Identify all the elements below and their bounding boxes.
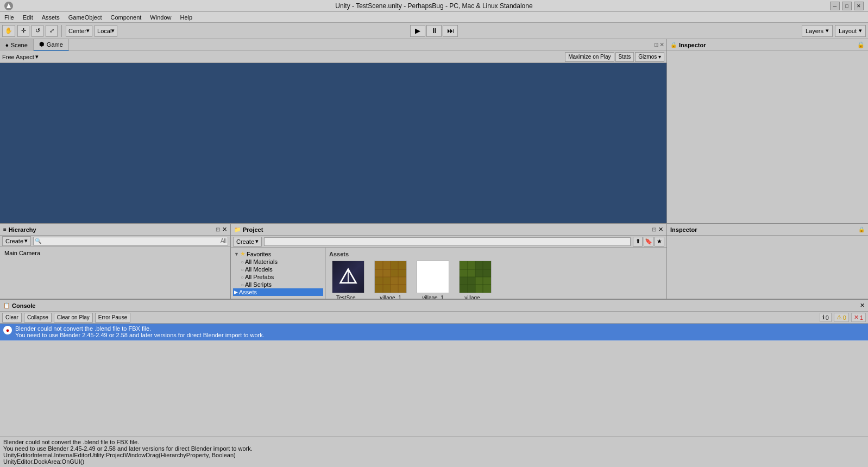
tree-all-materials[interactable]: ○ All Materials [233,258,323,266]
aspect-chevron: ▾ [35,53,39,60]
layout-chevron: ▾ [859,27,862,34]
asset-item-village1-doc[interactable]: village_1 [414,261,452,301]
menu-assets[interactable]: Assets [40,14,62,21]
window-controls[interactable]: ─ □ ✕ [830,2,864,10]
console-collapse-button[interactable]: Collapse [24,313,52,323]
svg-rect-20 [475,261,476,293]
minimize-button[interactable]: ─ [830,2,840,10]
step-button[interactable]: ⏭ [443,25,458,37]
panel-close-icon[interactable]: ✕ [659,41,664,48]
all-materials-circle: ○ [241,259,244,265]
hierarchy-header: ≡ Hierarchy ⊡ ✕ [0,224,230,236]
layout-dropdown[interactable]: Layout ▾ [835,25,866,37]
warn-icon: ⚠ [836,314,842,321]
hierarchy-maximize[interactable]: ⊡ [216,226,220,232]
game-tab[interactable]: ⬢ Game [34,39,69,51]
all-prefabs-circle: ○ [241,274,244,280]
menu-window[interactable]: Window [148,14,173,21]
tree-all-models[interactable]: ○ All Models [233,266,323,273]
hierarchy-close[interactable]: ✕ [222,226,227,233]
hierarchy-create-dropdown[interactable]: Create ▾ [2,236,31,246]
project-toolbar-right: ⬆ 🔖 ★ [633,237,664,247]
aspect-dropdown[interactable]: Free Aspect ▾ [2,53,39,60]
inspector-bottom-lock[interactable]: 🔒 [858,226,865,232]
asset-item-testscene[interactable]: TestSce... [329,261,367,301]
maximize-on-play-button[interactable]: Maximize on Play [565,52,614,62]
svg-rect-22 [482,261,483,293]
svg-rect-13 [398,261,399,293]
stats-button[interactable]: Stats [615,52,634,62]
menu-file[interactable]: File [2,14,16,21]
project-maximize[interactable]: ⊡ [652,226,656,232]
close-button[interactable]: ✕ [854,2,864,10]
project-title: Project [243,226,263,233]
svg-rect-21 [460,284,491,285]
console-error-row[interactable]: ● Blender could not convert the .blend f… [0,324,868,340]
scene-game-tabs: ♦ Scene ⬢ Game ⊡ ✕ [0,39,666,51]
move-tool-button[interactable]: ✛ [17,25,29,37]
game-toolbar-right: Maximize on Play Stats Gizmos ▾ [565,52,664,62]
project-create-dropdown[interactable]: Create ▾ [233,237,262,247]
play-button[interactable]: ▶ [410,25,425,37]
console-error-line2: You need to use Blender 2.45-2.49 or 2.5… [15,332,865,338]
main-toolbar: ✋ ✛ ↺ ⤢ Center ▾ Local ▾ ▶ ⏸ ⏭ Layers ▾ … [0,23,868,39]
svg-rect-12 [375,284,406,285]
tree-all-prefabs[interactable]: ○ All Prefabs [233,273,323,281]
asset-item-village1-texture[interactable]: village_1 [372,261,410,301]
local-button[interactable]: Local ▾ [95,25,117,37]
tree-favorites[interactable]: ▼ ★ Favorites [233,250,323,258]
top-area: ♦ Scene ⬢ Game ⊡ ✕ Free Aspect ▾ [0,39,868,224]
hierarchy-search-input[interactable] [33,237,228,245]
info-icon: ℹ [822,314,825,321]
tree-assets[interactable]: ▶ Assets [233,288,323,296]
console-error-pause-button[interactable]: Error Pause [95,313,130,323]
pause-button[interactable]: ⏸ [426,25,442,37]
project-search-input[interactable] [264,237,631,246]
asset-thumb-village-green [459,261,492,293]
hierarchy-item-main-camera[interactable]: Main Camera [2,249,228,257]
console-header: 📋 Console ✕ [0,300,868,312]
console-clear-on-play-button[interactable]: Clear on Play [54,313,93,323]
project-icon: 📁 [234,226,241,232]
project-create-chevron: ▾ [255,238,259,245]
favorites-star: ★ [240,250,246,257]
error-count: 1 [860,314,863,321]
inspector-icon: 🔒 [670,42,677,48]
console-detail-line2: You need to use Blender 2.45-2.49 or 2.5… [3,445,865,452]
console-detail: Blender could not convert the .blend fil… [0,436,868,467]
hand-tool-button[interactable]: ✋ [2,25,15,37]
maximize-button[interactable]: □ [842,2,852,10]
rotate-tool-button[interactable]: ↺ [32,25,43,37]
project-folder-up-button[interactable]: ⬆ [633,237,643,247]
console-detail-line4: UnityEditor.DockArea:OnGUI() [3,458,865,465]
gizmos-button[interactable]: Gizmos ▾ [635,52,664,62]
panel-resize-icon: ⊡ [654,42,658,48]
inspector-title: Inspector [679,42,706,48]
scene-tab[interactable]: ♦ Scene [0,39,34,51]
project-close[interactable]: ✕ [658,226,663,233]
create-chevron: ▾ [24,237,28,244]
console-detail-line1: Blender could not convert the .blend fil… [3,439,865,445]
svg-rect-11 [390,261,391,293]
tree-all-scripts[interactable]: ○ All Scripts [233,281,323,288]
menu-edit[interactable]: Edit [21,14,35,21]
layers-dropdown[interactable]: Layers ▾ [802,25,833,37]
scale-tool-button[interactable]: ⤢ [46,25,58,37]
menu-gameobject[interactable]: GameObject [66,14,104,21]
game-tab-label: Game [47,41,63,48]
game-toolbar: Free Aspect ▾ Maximize on Play Stats Giz… [0,51,666,63]
title-bar: Unity - TestScene.unity - PerhapsBug - P… [0,0,868,12]
project-toolbar: Create ▾ ⬆ 🔖 ★ [231,236,666,248]
favorites-arrow: ▼ [234,251,239,257]
project-bookmark-button[interactable]: 🔖 [644,237,653,247]
center-button[interactable]: Center ▾ [66,25,92,37]
asset-item-village-green[interactable]: village__ [456,261,494,301]
inspector-lock-icon[interactable]: 🔒 [857,41,865,48]
console-clear-button[interactable]: Clear [2,313,22,323]
project-star-button[interactable]: ★ [655,237,664,247]
toolbar-right: Layers ▾ Layout ▾ [802,25,866,37]
menu-component[interactable]: Component [108,14,143,21]
console-close[interactable]: ✕ [860,302,865,309]
console-toolbar: Clear Collapse Clear on Play Error Pause… [0,312,868,324]
menu-help[interactable]: Help [178,14,194,21]
